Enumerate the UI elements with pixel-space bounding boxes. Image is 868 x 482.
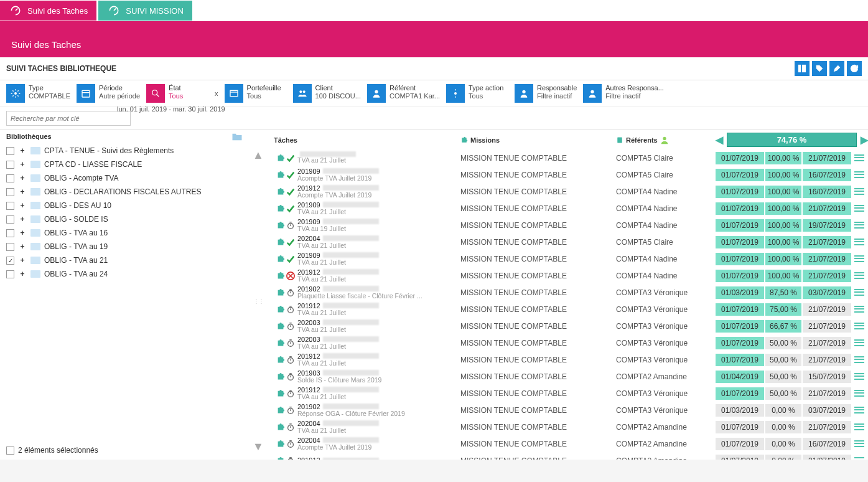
library-checkbox[interactable] bbox=[6, 161, 14, 169]
filter-client[interactable]: Client100 DISCOU... bbox=[293, 84, 361, 103]
arrow-up-icon[interactable]: ▲ bbox=[253, 149, 264, 162]
task-row[interactable]: 201912 MISSION TENUE COMPTABLE COMPTA2 A… bbox=[274, 452, 868, 460]
library-row[interactable]: + OBLIG - TVA au 24 bbox=[6, 267, 243, 281]
library-checkbox[interactable] bbox=[6, 243, 14, 251]
expand-icon[interactable]: + bbox=[18, 174, 27, 182]
row-menu-button[interactable] bbox=[852, 372, 866, 381]
library-checkbox[interactable] bbox=[6, 270, 14, 278]
row-menu-button[interactable] bbox=[852, 238, 866, 247]
library-checkbox[interactable] bbox=[6, 174, 14, 182]
task-row[interactable]: 201902 Réponse OGA - Clôture Février 201… bbox=[274, 402, 868, 418]
row-menu-button[interactable] bbox=[852, 456, 866, 460]
task-row[interactable]: TVA au 21 Juillet MISSION TENUE COMPTABL… bbox=[274, 149, 868, 166]
tab-suivi-taches[interactable]: Suivi des Taches bbox=[0, 1, 96, 21]
person-icon bbox=[367, 84, 386, 103]
task-row[interactable]: 202004 TVA au 21 Juillet MISSION TENUE C… bbox=[274, 418, 868, 435]
expand-icon[interactable]: + bbox=[18, 242, 27, 251]
row-menu-button[interactable] bbox=[852, 423, 866, 432]
row-menu-button[interactable] bbox=[852, 339, 866, 347]
expand-icon[interactable]: + bbox=[18, 160, 27, 169]
filter-portefeuille[interactable]: PortefeuilleTous bbox=[225, 84, 287, 103]
refresh-icon[interactable] bbox=[847, 61, 862, 76]
task-row[interactable]: 201912 TVA au 21 Juillet MISSION TENUE C… bbox=[274, 385, 868, 402]
puzzle-icon bbox=[276, 255, 285, 263]
row-menu-button[interactable] bbox=[852, 272, 866, 280]
tab-bar: Suivi des Taches SUIVI MISSION bbox=[0, 0, 868, 21]
grip-icon[interactable]: ⋮⋮ bbox=[253, 298, 263, 305]
filter-typeaction[interactable]: Type actionTous bbox=[446, 84, 508, 103]
row-menu-button[interactable] bbox=[852, 288, 866, 297]
task-row[interactable]: 202004 TVA au 21 Juillet MISSION TENUE C… bbox=[274, 234, 868, 250]
row-menu-button[interactable] bbox=[852, 187, 866, 196]
task-row[interactable]: 202003 TVA au 21 Juillet MISSION TENUE C… bbox=[274, 334, 868, 351]
filter-periode[interactable]: PériodeAutre période bbox=[77, 84, 140, 103]
task-row[interactable]: 201912 TVA au 21 Juillet MISSION TENUE C… bbox=[274, 267, 868, 284]
task-row[interactable]: 201912 TVA au 21 Juillet MISSION TENUE C… bbox=[274, 301, 868, 318]
library-checkbox[interactable] bbox=[6, 229, 14, 237]
expand-icon[interactable]: + bbox=[18, 229, 27, 237]
arrow-right-icon[interactable]: ▶ bbox=[861, 134, 868, 146]
library-row[interactable]: + OBLIG - DES AU 10 bbox=[6, 199, 243, 212]
filter-referent[interactable]: RéférentCOMPTA1 Kar... bbox=[367, 84, 440, 103]
row-menu-button[interactable] bbox=[852, 255, 866, 263]
library-checkbox[interactable] bbox=[6, 147, 14, 155]
arrow-left-icon[interactable]: ◀ bbox=[716, 134, 723, 146]
footer-checkbox[interactable] bbox=[6, 447, 14, 455]
expand-icon[interactable]: + bbox=[18, 146, 27, 155]
filter-type[interactable]: TypeCOMPTABLE bbox=[6, 84, 70, 103]
task-row[interactable]: 201912 TVA au 21 Juillet MISSION TENUE C… bbox=[274, 351, 868, 368]
library-row[interactable]: + OBLIG - DECLARATIONS FISCALES AUTRES bbox=[6, 185, 243, 199]
cancel-icon bbox=[286, 272, 295, 280]
expand-icon[interactable]: + bbox=[18, 187, 27, 196]
library-checkbox[interactable] bbox=[6, 202, 14, 210]
expand-icon[interactable]: + bbox=[18, 215, 27, 224]
tab-suivi-mission[interactable]: SUIVI MISSION bbox=[98, 1, 192, 21]
task-row[interactable]: 202004 Acompte TVA Juillet 2019 MISSION … bbox=[274, 435, 868, 452]
expand-icon[interactable]: + bbox=[18, 201, 27, 210]
library-checkbox[interactable] bbox=[6, 257, 14, 265]
library-row[interactable]: + OBLIG - TVA au 16 bbox=[6, 226, 243, 240]
row-menu-button[interactable] bbox=[852, 171, 866, 179]
row-menu-button[interactable] bbox=[852, 204, 866, 213]
expand-icon[interactable]: + bbox=[18, 256, 27, 265]
filter-responsable[interactable]: ResponsableFiltre inactif bbox=[515, 84, 577, 103]
row-menu-button[interactable] bbox=[852, 389, 866, 398]
puzzle-icon bbox=[460, 136, 468, 144]
library-row[interactable]: + OBLIG - SOLDE IS bbox=[6, 212, 243, 226]
row-menu-button[interactable] bbox=[852, 440, 866, 448]
library-row[interactable]: + CPTA - TENUE - Suivi des Règlements bbox=[6, 144, 243, 158]
library-row[interactable]: + CPTA CD - LIASSE FISCALE bbox=[6, 158, 243, 171]
tag-icon[interactable] bbox=[812, 61, 827, 76]
library-checkbox[interactable] bbox=[6, 188, 14, 196]
edit-icon[interactable] bbox=[829, 61, 844, 76]
folder-open-icon[interactable] bbox=[231, 133, 243, 141]
task-row[interactable]: 201912 Acompte TVA Juillet 2019 MISSION … bbox=[274, 183, 868, 200]
redacted-text bbox=[323, 387, 379, 392]
filter-etat[interactable]: ÉtatTous bbox=[146, 84, 208, 103]
library-row[interactable]: + OBLIG - TVA au 21 bbox=[6, 253, 243, 267]
expand-icon[interactable]: + bbox=[18, 270, 27, 278]
task-row[interactable]: 201909 TVA au 21 Juillet MISSION TENUE C… bbox=[274, 250, 868, 267]
library-checkbox[interactable] bbox=[6, 215, 14, 224]
filter-autres-responsables[interactable]: Autres Responsa...Filtre inactif bbox=[583, 84, 664, 103]
row-menu-button[interactable] bbox=[852, 356, 866, 364]
task-row[interactable]: 202003 TVA au 21 Juillet MISSION TENUE C… bbox=[274, 318, 868, 334]
row-menu-button[interactable] bbox=[852, 305, 866, 314]
library-row[interactable]: + OBLIG - TVA au 19 bbox=[6, 240, 243, 253]
search-input[interactable] bbox=[6, 111, 131, 126]
row-menu-button[interactable] bbox=[852, 406, 866, 415]
columns-icon[interactable] bbox=[795, 61, 810, 76]
arrow-down-icon[interactable]: ▼ bbox=[253, 440, 264, 453]
task-code: 202003 bbox=[297, 319, 320, 326]
task-list[interactable]: TVA au 21 Juillet MISSION TENUE COMPTABL… bbox=[274, 149, 868, 460]
task-row[interactable]: 201902 Plaquette Liasse fiscale - Clôtur… bbox=[274, 284, 868, 301]
task-row[interactable]: 201909 Acompte TVA Juillet 2019 MISSION … bbox=[274, 166, 868, 183]
row-menu-button[interactable] bbox=[852, 221, 866, 230]
task-row[interactable]: 201903 Solde IS - Clôture Mars 2019 MISS… bbox=[274, 368, 868, 385]
library-row[interactable]: + OBLIG - Acompte TVA bbox=[6, 171, 243, 185]
row-menu-button[interactable] bbox=[852, 322, 866, 331]
clear-filter-button[interactable]: x bbox=[215, 90, 218, 97]
row-menu-button[interactable] bbox=[852, 154, 866, 163]
task-row[interactable]: 201909 TVA au 21 Juillet MISSION TENUE C… bbox=[274, 200, 868, 217]
task-row[interactable]: 201909 TVA au 19 Juillet MISSION TENUE C… bbox=[274, 217, 868, 234]
